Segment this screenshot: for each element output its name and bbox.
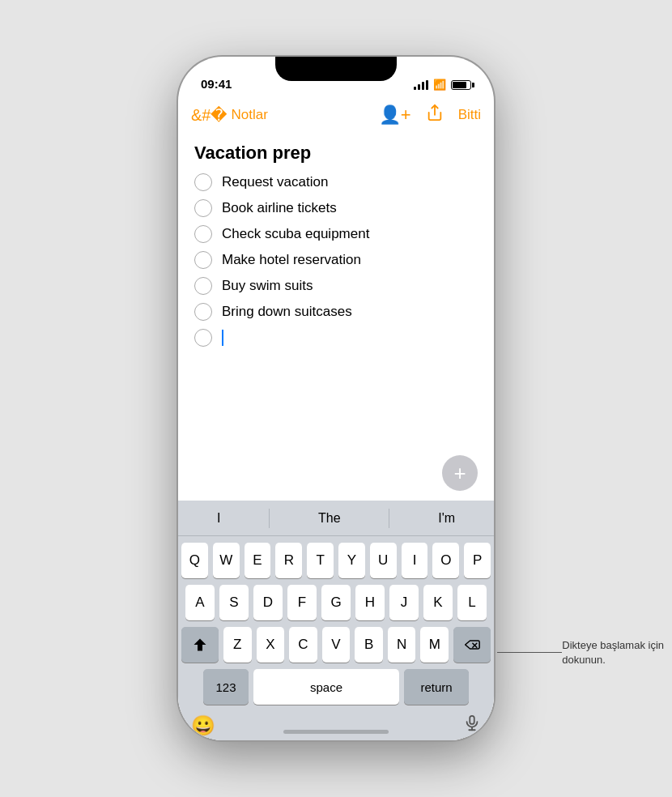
- svg-rect-3: [470, 716, 474, 724]
- space-key[interactable]: space: [253, 669, 399, 705]
- key-row-4: 123 space return: [181, 669, 491, 705]
- notch: [275, 57, 397, 81]
- key-a[interactable]: A: [185, 585, 215, 620]
- key-m[interactable]: M: [420, 627, 449, 663]
- key-o[interactable]: O: [432, 543, 459, 578]
- key-d[interactable]: D: [253, 585, 283, 620]
- key-l[interactable]: L: [457, 585, 487, 620]
- back-button[interactable]: &#� Notlar: [191, 107, 268, 123]
- key-x[interactable]: X: [257, 627, 285, 663]
- autocomplete-the[interactable]: The: [302, 506, 357, 531]
- key-z[interactable]: Z: [223, 627, 252, 663]
- key-row-2: A S D F G H J K L: [181, 585, 491, 620]
- annotation-text: Dikteye başlamak için dokunun.: [562, 638, 664, 667]
- key-k[interactable]: K: [423, 585, 453, 620]
- key-h[interactable]: H: [355, 585, 385, 620]
- checkbox-5[interactable]: [194, 277, 212, 295]
- checkbox-1[interactable]: [194, 173, 212, 191]
- collaborators-icon[interactable]: 👤+: [379, 104, 411, 126]
- annotation-line: [497, 652, 562, 653]
- numbers-key[interactable]: 123: [203, 669, 249, 705]
- key-j[interactable]: J: [389, 585, 419, 620]
- signal-icon: [414, 80, 428, 90]
- key-n[interactable]: N: [388, 627, 416, 663]
- battery-icon: [451, 80, 471, 90]
- note-title: Vacation prep: [194, 143, 478, 164]
- checklist-item[interactable]: Book airline tickets: [194, 199, 478, 217]
- checklist-item[interactable]: Request vacation: [194, 173, 478, 191]
- key-b[interactable]: B: [355, 627, 383, 663]
- key-u[interactable]: U: [370, 543, 397, 578]
- item-text-3: Check scuba equipment: [222, 226, 369, 242]
- key-row-3: Z X C V B N M: [181, 627, 491, 663]
- delete-key[interactable]: [453, 627, 491, 663]
- status-icons: 📶: [414, 79, 471, 91]
- keyboard-keys: Q W E R T Y U I O P A S D F G: [178, 536, 494, 708]
- key-p[interactable]: P: [464, 543, 491, 578]
- checkbox-2[interactable]: [194, 199, 212, 217]
- key-i[interactable]: I: [402, 543, 428, 578]
- return-key[interactable]: return: [404, 669, 469, 705]
- item-text-5: Buy swim suits: [222, 278, 313, 294]
- checkbox-4[interactable]: [194, 251, 212, 269]
- autocomplete-divider: [269, 509, 270, 528]
- checklist-item[interactable]: Bring down suitcases: [194, 303, 478, 321]
- cursor-line[interactable]: [194, 329, 478, 347]
- nav-actions: 👤+ Bitti: [379, 104, 481, 126]
- checklist-item[interactable]: Buy swim suits: [194, 277, 478, 295]
- autocomplete-bar: I The I'm: [178, 501, 494, 536]
- autocomplete-i[interactable]: I: [201, 506, 236, 531]
- key-f[interactable]: F: [287, 585, 317, 620]
- phone-frame: 09:41 📶 &#� Notlar 👤+: [178, 57, 494, 740]
- key-q[interactable]: Q: [181, 543, 208, 578]
- checklist-item[interactable]: Make hotel reservation: [194, 251, 478, 269]
- microphone-icon[interactable]: [463, 714, 481, 737]
- bottom-toolbar: 😀: [178, 708, 494, 740]
- keyboard-area: I The I'm Q W E R T Y U I O: [178, 501, 494, 740]
- chevron-left-icon: &#�: [191, 107, 228, 123]
- item-text-4: Make hotel reservation: [222, 252, 361, 268]
- autocomplete-divider: [389, 509, 389, 528]
- checkbox-3[interactable]: [194, 225, 212, 243]
- key-g[interactable]: G: [321, 585, 351, 620]
- key-w[interactable]: W: [213, 543, 240, 578]
- shift-key[interactable]: [181, 627, 219, 663]
- autocomplete-im[interactable]: I'm: [422, 506, 471, 531]
- item-text-2: Book airline tickets: [222, 200, 337, 216]
- share-icon[interactable]: [426, 104, 444, 126]
- item-text-1: Request vacation: [222, 174, 328, 190]
- emoji-icon[interactable]: 😀: [191, 714, 215, 737]
- plus-icon: +: [453, 462, 466, 484]
- text-cursor: [222, 330, 223, 346]
- key-row-1: Q W E R T Y U I O P: [181, 543, 491, 578]
- checkbox-6[interactable]: [194, 303, 212, 321]
- add-checklist-button[interactable]: +: [442, 455, 478, 491]
- home-indicator: [283, 730, 389, 734]
- wifi-icon: 📶: [433, 79, 446, 91]
- key-t[interactable]: T: [307, 543, 334, 578]
- checklist-item[interactable]: Check scuba equipment: [194, 225, 478, 243]
- back-label: Notlar: [231, 107, 267, 123]
- key-v[interactable]: V: [322, 627, 351, 663]
- item-text-6: Bring down suitcases: [222, 304, 352, 320]
- done-button[interactable]: Bitti: [458, 107, 481, 123]
- key-r[interactable]: R: [275, 543, 302, 578]
- nav-bar: &#� Notlar 👤+ Bitti: [178, 97, 494, 133]
- key-s[interactable]: S: [219, 585, 249, 620]
- key-e[interactable]: E: [245, 543, 271, 578]
- key-c[interactable]: C: [289, 627, 317, 663]
- annotation-container: Dikteye başlamak için dokunun.: [497, 638, 664, 667]
- checkbox-7[interactable]: [194, 329, 212, 347]
- status-time: 09:41: [201, 77, 232, 91]
- key-y[interactable]: Y: [338, 543, 365, 578]
